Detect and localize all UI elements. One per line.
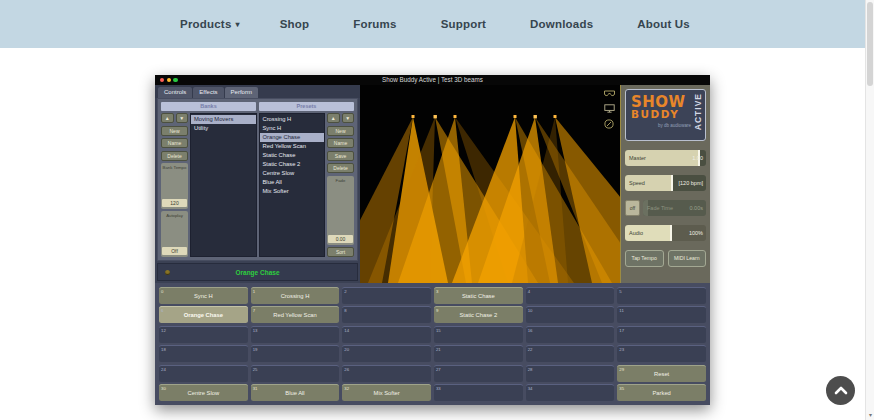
fade-time-slider[interactable]: Fade Time 0.00s <box>643 200 706 216</box>
nav-link[interactable]: Support <box>441 18 490 30</box>
audio-slider[interactable]: Audio 100% <box>625 225 706 241</box>
preset-list-item[interactable]: Blue All <box>260 178 325 187</box>
preset-pad[interactable]: 24 <box>159 365 248 382</box>
bank-action-button[interactable]: Delete <box>161 151 188 161</box>
preset-list-item[interactable]: Static Chase 2 <box>260 160 325 169</box>
preset-pad[interactable]: 3 Static Chase <box>434 287 523 304</box>
bank-tempo-value[interactable]: 120 <box>162 199 187 207</box>
scrollbar-down-arrow[interactable]: ▾ <box>866 411 874 418</box>
bank-tempo-slider[interactable]: Bank Tempo 120 <box>161 163 188 209</box>
autoplay-slider[interactable]: Autoplay Off <box>161 211 188 257</box>
scrollbar-thumb[interactable] <box>867 2 873 86</box>
preset-pad[interactable]: 29 Reset <box>617 365 706 382</box>
tap-tempo-button[interactable]: Tap Tempo <box>625 250 664 267</box>
preset-pad[interactable]: 8 <box>342 306 431 323</box>
chevron-down-icon: ▾ <box>235 20 239 29</box>
preset-pad[interactable]: 26 <box>342 365 431 382</box>
bank-list-item[interactable]: Utility <box>191 124 256 133</box>
preset-pad[interactable]: 27 <box>434 365 523 382</box>
master-label: Master <box>629 150 646 166</box>
fade-time-off-button[interactable]: off <box>625 200 640 216</box>
preset-pad[interactable]: 13 <box>251 326 340 343</box>
preset-action-button[interactable]: Delete <box>327 163 354 173</box>
sort-button[interactable]: Sort <box>327 247 354 257</box>
autoplay-value[interactable]: Off <box>162 247 187 255</box>
preset-list-item[interactable]: Mix Softer <box>260 187 325 196</box>
preset-pad[interactable]: 34 <box>526 384 615 401</box>
panel-tab[interactable]: Controls <box>158 87 192 98</box>
preset-move-up-button[interactable]: ▲ <box>327 113 340 123</box>
preset-list-item[interactable]: Static Chase <box>260 151 325 160</box>
preset-pad[interactable]: 19 <box>251 345 340 362</box>
bank-action-button[interactable]: New <box>161 126 188 136</box>
preset-list-item[interactable]: Orange Chase <box>260 133 325 142</box>
preset-list-item[interactable]: Crossing H <box>260 115 325 124</box>
midi-learn-button[interactable]: MIDI Learn <box>668 250 707 267</box>
bank-action-button[interactable]: Name <box>161 138 188 148</box>
nav-link[interactable]: Shop <box>280 18 314 30</box>
preset-pad[interactable]: 12 <box>159 326 248 343</box>
preset-status-bar: Orange Chase <box>157 263 358 281</box>
preset-pad[interactable]: 31 Blue All <box>251 384 340 401</box>
preset-move-down-button[interactable]: ▼ <box>342 113 355 123</box>
beams-3d-view[interactable] <box>360 85 620 283</box>
preset-action-button[interactable]: Save <box>327 151 354 161</box>
zoom-button[interactable] <box>173 78 177 82</box>
preset-pad[interactable]: 20 <box>342 345 431 362</box>
preset-pad[interactable]: 21 <box>434 345 523 362</box>
preset-pad[interactable]: 32 Mix Softer <box>342 384 431 401</box>
bank-move-down-button[interactable]: ▼ <box>176 113 189 123</box>
compass-dial-icon[interactable] <box>604 119 614 129</box>
preset-pad[interactable]: 11 <box>617 306 706 323</box>
preset-pad[interactable]: 2 <box>342 287 431 304</box>
preset-list-item[interactable]: Red Yellow Scan <box>260 142 325 151</box>
preset-pad[interactable]: 22 <box>526 345 615 362</box>
master-slider[interactable]: Master 1.00 <box>625 150 706 166</box>
nav-link[interactable]: Downloads <box>530 18 597 30</box>
preset-action-button[interactable]: New <box>327 126 354 136</box>
speed-slider[interactable]: Speed [120 bpm] <box>625 175 706 191</box>
preset-pad[interactable]: 35 Parked <box>617 384 706 401</box>
bank-buttons-column: ▲ ▼ NewNameDelete Bank Tempo 120 <box>161 113 188 257</box>
preset-action-button[interactable]: Name <box>327 138 354 148</box>
nav-link[interactable]: Products ▾ <box>180 18 240 30</box>
scroll-to-top-button[interactable] <box>826 376 855 405</box>
preset-pad[interactable]: 7 Red Yellow Scan <box>251 306 340 323</box>
preset-pad[interactable]: 25 <box>251 365 340 382</box>
minimize-button[interactable] <box>167 78 171 82</box>
preset-pad[interactable]: 5 <box>617 287 706 304</box>
preset-pad[interactable]: 23 <box>617 345 706 362</box>
preset-pad[interactable]: 10 <box>526 306 615 323</box>
preset-pad[interactable]: 9 Static Chase 2 <box>434 306 523 323</box>
page-scrollbar[interactable]: ▾ <box>865 0 874 420</box>
page: Products ▾ Shop Forums Support Downloads… <box>0 0 874 420</box>
preset-pad[interactable]: 33 <box>434 384 523 401</box>
preset-pad[interactable]: 17 <box>617 326 706 343</box>
preset-list-item[interactable]: Centre Slow <box>260 169 325 178</box>
preset-pad[interactable]: 15 <box>434 326 523 343</box>
preset-pad[interactable]: 0 Sync H <box>159 287 248 304</box>
preset-pad[interactable]: 4 <box>526 287 615 304</box>
preset-pad[interactable]: 18 <box>159 345 248 362</box>
fade-slider[interactable]: Fade 0.00 <box>327 176 354 245</box>
monitor-icon[interactable] <box>604 104 615 113</box>
master-value: 1.00 <box>692 150 703 166</box>
preset-list-item[interactable]: Sync H <box>260 124 325 133</box>
preset-pad[interactable]: 1 Crossing H <box>251 287 340 304</box>
panel-tab[interactable]: Effects <box>193 87 223 98</box>
close-button[interactable] <box>160 78 164 82</box>
panel-tab[interactable]: Perform <box>225 87 258 98</box>
preset-pad[interactable]: 6 Orange Chase <box>159 306 248 323</box>
bank-tempo-label: Bank Tempo <box>161 163 188 170</box>
nav-link[interactable]: About Us <box>637 18 694 30</box>
preset-pad[interactable]: 28 <box>526 365 615 382</box>
preset-pad[interactable]: 14 <box>342 326 431 343</box>
bank-move-up-button[interactable]: ▲ <box>161 113 174 123</box>
nav-link[interactable]: Forums <box>353 18 400 30</box>
fade-value[interactable]: 0.00 <box>328 235 353 243</box>
nav-link-label: Downloads <box>530 18 593 30</box>
preset-pad[interactable]: 16 <box>526 326 615 343</box>
3d-glasses-icon[interactable] <box>604 90 615 98</box>
bank-list-item[interactable]: Moving Movers <box>191 115 256 124</box>
preset-pad[interactable]: 30 Centre Slow <box>159 384 248 401</box>
